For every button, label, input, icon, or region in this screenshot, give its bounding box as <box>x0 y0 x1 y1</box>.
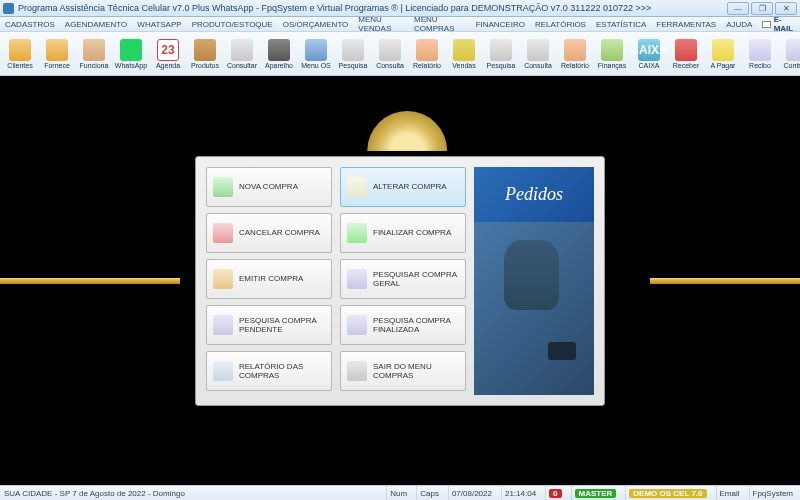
ic-menu-icon <box>305 39 327 61</box>
menu-menu vendas[interactable]: MENU VENDAS <box>358 15 404 33</box>
dialog-btn-relatório-das-compras[interactable]: RELATÓRIO DAS COMPRAS <box>206 351 332 391</box>
toolbar-label: CAIXA <box>638 62 659 69</box>
toolbar-finanças[interactable]: Finanças <box>594 33 630 75</box>
dialog-btn-pesquisa-compra-finalizada[interactable]: PESQUISA COMPRA FINALIZADA <box>340 305 466 345</box>
dialog-btn-emitir-compra[interactable]: EMITIR COMPRA <box>206 259 332 299</box>
ic-mag-icon <box>490 39 512 61</box>
toolbar: ClientesForneceFuncionaWhatsApp23AgendaP… <box>0 32 800 76</box>
ic-rec-icon <box>675 39 697 61</box>
toolbar-receber[interactable]: Receber <box>668 33 704 75</box>
dialog-btn-nova-compra[interactable]: NOVA COMPRA <box>206 167 332 207</box>
toolbar-aparelho[interactable]: Aparelho <box>261 33 297 75</box>
di-report-icon <box>213 361 233 381</box>
toolbar-pesquisa[interactable]: Pesquisa <box>335 33 371 75</box>
dialog-btn-label: SAIR DO MENU COMPRAS <box>373 362 459 380</box>
dialog-btn-alterar-compra[interactable]: ALTERAR COMPRA <box>340 167 466 207</box>
menu-financeiro[interactable]: FINANCEIRO <box>476 20 525 29</box>
status-master-badge: MASTER <box>575 489 617 498</box>
toolbar-menu os[interactable]: Menu OS <box>298 33 334 75</box>
decor-bar-left <box>0 278 180 284</box>
compras-dialog: NOVA COMPRACANCELAR COMPRAEMITIR COMPRAP… <box>195 156 605 406</box>
menu-os/orçamento[interactable]: OS/ORÇAMENTO <box>283 20 349 29</box>
maximize-button[interactable]: ❐ <box>751 2 773 15</box>
toolbar-fornece[interactable]: Fornece <box>39 33 75 75</box>
dialog-side-panel: Pedidos <box>474 167 594 395</box>
dialog-btn-pesquisar-compra-geral[interactable]: PESQUISAR COMPRA GERAL <box>340 259 466 299</box>
ic-people-icon <box>9 39 31 61</box>
di-new-icon <box>213 177 233 197</box>
toolbar-pesquisa[interactable]: Pesquisa <box>483 33 519 75</box>
ic-whats-icon <box>120 39 142 61</box>
ic-mag-icon <box>527 39 549 61</box>
ic-caixa-icon: CAIXA <box>638 39 660 61</box>
decor-bar-right <box>650 278 800 284</box>
toolbar-recibo[interactable]: Recibo <box>742 33 778 75</box>
status-bar: SUA CIDADE - SP 7 de Agosto de 2022 - Do… <box>0 485 800 500</box>
app-icon <box>3 3 14 14</box>
toolbar-label: Consulta <box>376 62 404 69</box>
dialog-left-column: NOVA COMPRACANCELAR COMPRAEMITIR COMPRAP… <box>206 167 332 395</box>
toolbar-produtos[interactable]: Produtos <box>187 33 223 75</box>
status-date: 07/08/2022 <box>448 486 495 500</box>
toolbar-label: Relatório <box>561 62 589 69</box>
menu-menu compras[interactable]: MENU COMPRAS <box>414 15 466 33</box>
toolbar-whatsapp[interactable]: WhatsApp <box>113 33 149 75</box>
menu-produto/estoque[interactable]: PRODUTO/ESTOQUE <box>192 20 273 29</box>
ic-people-icon <box>46 39 68 61</box>
menu-ajuda[interactable]: AJUDA <box>726 20 752 29</box>
dialog-btn-label: NOVA COMPRA <box>239 182 298 191</box>
di-search-icon <box>213 315 233 335</box>
toolbar-label: Contrato <box>784 62 800 69</box>
toolbar-label: Pesquisa <box>487 62 516 69</box>
toolbar-label: Agenda <box>156 62 180 69</box>
toolbar-label: Receber <box>673 62 699 69</box>
toolbar-relatório[interactable]: Relatório <box>409 33 445 75</box>
ic-phone-icon <box>268 39 290 61</box>
toolbar-label: Recibo <box>749 62 771 69</box>
menu-email[interactable]: E-MAIL <box>762 15 795 33</box>
close-button[interactable]: ✕ <box>775 2 797 15</box>
status-zero-badge: 0 <box>549 489 561 498</box>
dialog-btn-cancelar-compra[interactable]: CANCELAR COMPRA <box>206 213 332 253</box>
toolbar-label: WhatsApp <box>115 62 147 69</box>
toolbar-agenda[interactable]: 23Agenda <box>150 33 186 75</box>
toolbar-label: Relatório <box>413 62 441 69</box>
ic-mag-icon <box>379 39 401 61</box>
status-email[interactable]: Email <box>716 486 743 500</box>
dialog-btn-sair-do-menu-compras[interactable]: SAIR DO MENU COMPRAS <box>340 351 466 391</box>
toolbar-vendas[interactable]: Vendas <box>446 33 482 75</box>
di-search-icon <box>347 315 367 335</box>
toolbar-label: Consultar <box>227 62 257 69</box>
toolbar-consulta[interactable]: Consulta <box>372 33 408 75</box>
dialog-btn-label: PESQUISA COMPRA PENDENTE <box>239 316 325 334</box>
workspace: NOVA COMPRACANCELAR COMPRAEMITIR COMPRAP… <box>0 76 800 485</box>
minimize-button[interactable]: — <box>727 2 749 15</box>
toolbar-contrato[interactable]: Contrato <box>779 33 800 75</box>
dialog-btn-pesquisa-compra-pendente[interactable]: PESQUISA COMPRA PENDENTE <box>206 305 332 345</box>
status-demo-badge: DEMO OS CEL 7.0 <box>629 489 706 498</box>
menu-relatórios[interactable]: RELATÓRIOS <box>535 20 586 29</box>
toolbar-consulta[interactable]: Consulta <box>520 33 556 75</box>
toolbar-caixa[interactable]: CAIXACAIXA <box>631 33 667 75</box>
menu-estatística[interactable]: ESTATÍSTICA <box>596 20 646 29</box>
ic-person-icon <box>83 39 105 61</box>
menu-ferramentas[interactable]: FERRAMENTAS <box>656 20 716 29</box>
toolbar-relatório[interactable]: Relatório <box>557 33 593 75</box>
status-brand: FpqSystem <box>749 486 796 500</box>
toolbar-a pagar[interactable]: A Pagar <box>705 33 741 75</box>
toolbar-label: Pesquisa <box>339 62 368 69</box>
toolbar-funciona[interactable]: Funciona <box>76 33 112 75</box>
ic-report-icon <box>416 39 438 61</box>
dialog-btn-finalizar-compra[interactable]: FINALIZAR COMPRA <box>340 213 466 253</box>
ic-mag-icon <box>231 39 253 61</box>
toolbar-label: Clientes <box>7 62 32 69</box>
ic-doc-icon <box>786 39 800 61</box>
menu-agendamento[interactable]: AGENDAMENTO <box>65 20 128 29</box>
toolbar-clientes[interactable]: Clientes <box>2 33 38 75</box>
menu-whatsapp[interactable]: WHATSAPP <box>137 20 181 29</box>
menu-cadastros[interactable]: CADASTROS <box>5 20 55 29</box>
toolbar-label: Vendas <box>452 62 475 69</box>
toolbar-label: Fornece <box>44 62 70 69</box>
toolbar-label: Produtos <box>191 62 219 69</box>
toolbar-consultar[interactable]: Consultar <box>224 33 260 75</box>
